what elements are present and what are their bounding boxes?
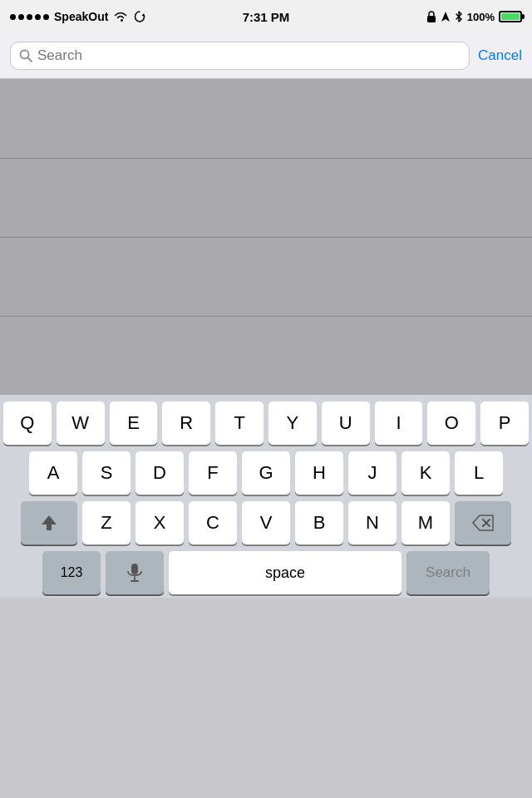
status-time: 7:31 PM [243, 10, 290, 24]
wifi-icon [113, 11, 128, 22]
search-input[interactable] [37, 47, 461, 64]
key-u[interactable]: U [322, 401, 370, 445]
key-x[interactable]: X [135, 501, 184, 544]
search-key[interactable]: Search [406, 551, 490, 594]
key-e[interactable]: E [110, 401, 158, 445]
rotation-icon [133, 10, 146, 23]
battery-fill [501, 13, 520, 20]
shift-icon [40, 514, 58, 532]
lock-icon [426, 11, 436, 22]
key-n[interactable]: N [348, 501, 397, 544]
status-right: 100% [426, 11, 522, 23]
svg-marker-0 [142, 13, 145, 17]
key-a[interactable]: A [29, 451, 77, 495]
key-f[interactable]: F [189, 451, 237, 495]
search-bar-area: Cancel [0, 33, 532, 79]
key-i[interactable]: I [375, 401, 423, 445]
shift-key[interactable] [21, 501, 77, 544]
key-s[interactable]: S [82, 451, 131, 495]
keyboard-row-3: Z X C V B N M [3, 501, 529, 544]
content-line-2 [0, 237, 532, 238]
key-l[interactable]: L [455, 451, 503, 495]
key-k[interactable]: K [401, 451, 450, 495]
key-p[interactable]: P [480, 401, 529, 445]
key-c[interactable]: C [189, 501, 237, 544]
search-icon [19, 49, 32, 62]
key-r[interactable]: R [162, 401, 210, 445]
svg-marker-4 [42, 515, 57, 530]
content-line-3 [0, 316, 532, 317]
key-v[interactable]: V [242, 501, 290, 544]
signal-dot-5 [43, 14, 49, 20]
content-area [0, 79, 532, 395]
key-g[interactable]: G [242, 451, 290, 495]
numbers-key[interactable]: 123 [42, 551, 101, 594]
key-y[interactable]: Y [268, 401, 317, 445]
key-j[interactable]: J [348, 451, 397, 495]
microphone-icon [127, 563, 142, 583]
battery-percent: 100% [467, 11, 495, 23]
keyboard-row-4: 123 space Search [3, 551, 529, 594]
key-t[interactable]: T [215, 401, 264, 445]
signal-dot-3 [27, 14, 32, 20]
carrier-label: SpeakOut [54, 10, 108, 23]
cancel-button[interactable]: Cancel [478, 47, 522, 64]
svg-rect-1 [427, 16, 436, 22]
delete-key[interactable] [455, 501, 511, 544]
space-key[interactable]: space [169, 551, 401, 594]
key-o[interactable]: O [427, 401, 475, 445]
key-w[interactable]: W [57, 401, 105, 445]
keyboard: Q W E R T Y U I O P A S D F G H J K L Z … [0, 395, 532, 598]
key-m[interactable]: M [401, 501, 450, 544]
status-bar: SpeakOut 7:31 PM 100% [0, 0, 532, 33]
key-h[interactable]: H [295, 451, 343, 495]
signal-dot-1 [10, 14, 16, 20]
signal-dots [10, 14, 49, 20]
battery-indicator [499, 11, 522, 22]
key-z[interactable]: Z [82, 501, 131, 544]
svg-rect-7 [131, 564, 138, 574]
signal-dot-2 [18, 14, 24, 20]
status-left: SpeakOut [10, 10, 146, 23]
content-line-1 [0, 158, 532, 159]
location-icon [441, 11, 451, 22]
signal-dot-4 [35, 14, 41, 20]
key-q[interactable]: Q [3, 401, 52, 445]
keyboard-row-1: Q W E R T Y U I O P [3, 401, 529, 445]
bluetooth-icon [455, 11, 463, 22]
microphone-key[interactable] [106, 551, 164, 594]
search-input-wrapper[interactable] [10, 42, 470, 70]
key-d[interactable]: D [135, 451, 184, 495]
delete-icon [472, 515, 494, 531]
battery-body [499, 11, 522, 22]
svg-line-3 [28, 58, 32, 62]
key-b[interactable]: B [295, 501, 343, 544]
keyboard-row-2: A S D F G H J K L [3, 451, 529, 495]
